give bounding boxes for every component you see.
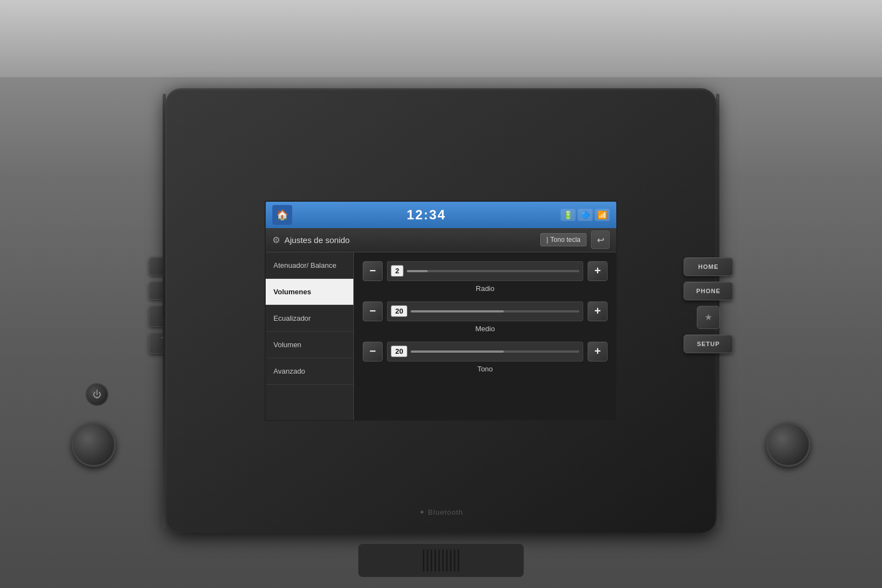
vent-line — [427, 549, 428, 571]
phone-button[interactable]: PHONE — [684, 282, 733, 300]
star-icon: ★ — [704, 312, 712, 322]
tono-value-badge: 20 — [391, 346, 407, 357]
menu-item-ecualizador[interactable]: Ecualizador — [266, 305, 353, 332]
sidebar-menu: Atenuador/ Balance Volumenes Ecualizador… — [266, 252, 354, 420]
dashboard: RADIO MEDIA ▲ SEEK TRACK ▼ 🏠 12:34 — [0, 0, 882, 588]
minus-icon-medio: − — [369, 305, 376, 317]
vent-line — [423, 549, 424, 571]
back-icon: ↩ — [597, 235, 604, 245]
plus-icon-medio: + — [594, 305, 601, 317]
top-light — [0, 0, 882, 77]
medio-slider-fill — [411, 310, 503, 312]
slider-controls-medio: − 20 + — [363, 301, 607, 321]
back-button[interactable]: ↩ — [591, 230, 610, 249]
status-icons: 🔋 🔷 📶 — [561, 209, 610, 221]
battery-icon: 🔋 — [561, 209, 576, 221]
vent-line — [446, 549, 448, 571]
menu-item-avanzado[interactable]: Avanzado — [266, 358, 353, 385]
setup-button[interactable]: SETUP — [684, 335, 733, 353]
tono-minus-button[interactable]: − — [363, 342, 383, 362]
tono-slider — [411, 350, 579, 353]
menu-item-atenuador[interactable]: Atenuador/ Balance — [266, 252, 353, 279]
vent-line — [458, 549, 459, 571]
bottom-vent — [358, 544, 524, 577]
bluetooth-watermark: ✦ Bluetooth — [419, 508, 464, 516]
minus-icon: − — [369, 265, 376, 277]
minus-icon-tono: − — [369, 345, 376, 358]
radio-label: Radio — [363, 284, 607, 293]
tono-label: Tono tecla — [550, 236, 580, 244]
slider-controls-tono: − 20 + — [363, 342, 607, 362]
slider-controls-radio: − 2 + — [363, 261, 607, 281]
slider-row-radio: − 2 + — [363, 261, 607, 293]
slider-row-medio: − 20 + — [363, 301, 607, 333]
medio-label: Medio — [363, 325, 607, 333]
vent-line — [434, 549, 436, 571]
settings-title: Ajustes de sonido — [284, 235, 536, 245]
status-bar: 🏠 12:34 🔋 🔷 📶 — [266, 202, 616, 228]
tono-tecla-button[interactable]: | Tono tecla — [540, 233, 587, 246]
main-content: Atenuador/ Balance Volumenes Ecualizador… — [266, 252, 616, 420]
head-unit-bezel: 🏠 12:34 🔋 🔷 📶 ⚙ Ajustes de sonido | — [165, 88, 717, 533]
plus-icon-tono: + — [594, 345, 601, 358]
right-controls: HOME PHONE ★ SETUP — [678, 110, 739, 500]
power-button[interactable] — [85, 383, 109, 406]
home-screen-button[interactable]: 🏠 — [272, 205, 292, 225]
gear-icon: ⚙ — [272, 235, 280, 245]
volume-knob-right[interactable] — [766, 423, 810, 467]
radio-slider — [407, 270, 579, 272]
screen: 🏠 12:34 🔋 🔷 📶 ⚙ Ajustes de sonido | — [266, 202, 616, 420]
tono-slider-track[interactable]: 20 — [387, 342, 583, 362]
menu-item-volumenes[interactable]: Volumenes — [266, 279, 353, 305]
vent-line — [431, 549, 432, 571]
settings-bar: ⚙ Ajustes de sonido | Tono tecla ↩ — [266, 228, 616, 252]
volume-knob-left[interactable] — [72, 423, 116, 467]
radio-value-badge: 2 — [391, 265, 404, 277]
signal-icon: 📶 — [595, 209, 610, 221]
time-display: 12:34 — [407, 207, 446, 223]
vent-line — [450, 549, 451, 571]
medio-minus-button[interactable]: − — [363, 301, 383, 321]
home-icon: 🏠 — [276, 209, 288, 221]
home-button[interactable]: HOME — [684, 257, 733, 276]
radio-slider-track[interactable]: 2 — [387, 261, 583, 281]
star-button[interactable]: ★ — [697, 306, 720, 329]
radio-slider-fill — [407, 270, 428, 272]
vent-line — [454, 549, 455, 571]
tono-plus-button[interactable]: + — [588, 342, 607, 362]
medio-value-badge: 20 — [391, 305, 407, 317]
menu-item-volumen[interactable]: Volumen — [266, 332, 353, 358]
bluetooth-label: ✦ Bluetooth — [419, 508, 464, 516]
screen-container: 🏠 12:34 🔋 🔷 📶 ⚙ Ajustes de sonido | — [265, 201, 617, 421]
vent-line — [438, 549, 440, 571]
content-area: − 2 + — [354, 252, 616, 420]
radio-minus-button[interactable]: − — [363, 261, 383, 281]
medio-slider — [411, 310, 579, 312]
medio-slider-track[interactable]: 20 — [387, 301, 583, 321]
medio-plus-button[interactable]: + — [588, 301, 607, 321]
bluetooth-status-icon: 🔷 — [578, 209, 593, 221]
tono-label: Tono — [363, 365, 607, 373]
plus-icon: + — [594, 265, 601, 277]
radio-plus-button[interactable]: + — [588, 261, 607, 281]
tono-indicator: | — [546, 236, 548, 244]
slider-row-tono: − 20 + — [363, 342, 607, 373]
vent-line — [442, 549, 444, 571]
tono-slider-fill — [411, 350, 503, 353]
